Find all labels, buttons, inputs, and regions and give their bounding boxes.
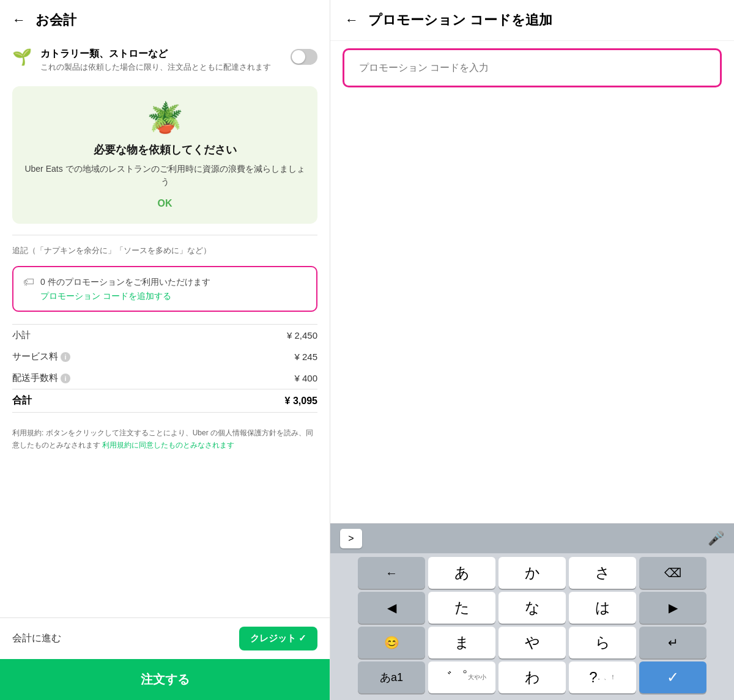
service-label: サービス料 i bbox=[12, 351, 70, 363]
left-title: お会計 bbox=[35, 11, 76, 29]
credit-button[interactable]: クレジット ✓ bbox=[239, 627, 317, 650]
promo-box[interactable]: 🏷 0 件のプロモーションをご利用いただけます プロモーション コードを追加する bbox=[12, 266, 317, 312]
ok-button[interactable]: OK bbox=[158, 198, 172, 209]
key-row-2: 😊 ま や ら ↵ bbox=[333, 627, 732, 658]
order-button[interactable]: 注文する bbox=[0, 659, 330, 700]
delivery-row: 配送手数料 i ¥ 400 bbox=[12, 367, 317, 389]
key-ra[interactable]: ら bbox=[569, 627, 636, 658]
mic-icon: 🎤 bbox=[708, 531, 724, 546]
delivery-value: ¥ 400 bbox=[294, 373, 317, 383]
promo-count: 0 件のプロモーションをご利用いただけます bbox=[40, 277, 210, 288]
key-row-0: ← あ か さ ⌫ bbox=[333, 557, 732, 589]
key-ha[interactable]: は bbox=[569, 592, 636, 624]
keyboard-grid: ← あ か さ ⌫ ◀ た な は ▶ 😊 ま や ら ↵ bbox=[330, 553, 734, 700]
subtotal-label: 小計 bbox=[12, 330, 31, 341]
plant-icon: 🪴 bbox=[147, 101, 184, 135]
tag-icon: 🏷 bbox=[23, 276, 34, 289]
delivery-label: 配送手数料 i bbox=[12, 372, 70, 384]
key-ka[interactable]: か bbox=[499, 557, 566, 589]
key-punct[interactable]: ? 。、！ bbox=[569, 661, 636, 693]
checkout-label: 会計に進む bbox=[12, 632, 61, 645]
key-ta[interactable]: た bbox=[428, 592, 495, 624]
keyboard-area: > 🎤 ← あ か さ ⌫ ◀ た な は ▶ bbox=[330, 523, 734, 700]
cutlery-text: カトラリー類、ストローなど これの製品は依頼した場合に限り、注文品とともに配達さ… bbox=[40, 48, 282, 73]
key-a[interactable]: あ bbox=[428, 557, 495, 589]
key-row-3: あa1 ゛゜ 大や小 わ ? 。、！ ✓ bbox=[333, 661, 732, 693]
key-wa[interactable]: わ bbox=[499, 661, 566, 693]
mic-button[interactable]: 🎤 bbox=[708, 531, 724, 547]
key-ya[interactable]: や bbox=[499, 627, 566, 658]
key-return[interactable]: ↵ bbox=[639, 627, 706, 658]
back-button-left[interactable]: ← bbox=[12, 12, 26, 28]
promo-box-row: 🏷 0 件のプロモーションをご利用いただけます bbox=[23, 276, 306, 289]
divider-1 bbox=[12, 235, 317, 235]
key-dakuten[interactable]: ゛゜ 大や小 bbox=[428, 661, 495, 693]
green-card: 🪴 必要な物を依頼してください Uber Eats での地域のレストランのご利用… bbox=[12, 86, 317, 224]
right-title: プロモーション コードを追加 bbox=[368, 11, 552, 29]
delivery-info-icon[interactable]: i bbox=[61, 374, 70, 383]
promo-link[interactable]: プロモーション コードを追加する bbox=[23, 291, 306, 302]
keyboard-toolbar: > 🎤 bbox=[330, 524, 734, 553]
green-card-desc: Uber Eats での地域のレストランのご利用時に資源の浪費を減らしましょう bbox=[24, 163, 305, 188]
bottom-section: 会計に進む クレジット ✓ 注文する bbox=[0, 617, 330, 700]
terms-text: 利用規約: ボタンをクリックして注文することにより、Uber の個人情報保護方針… bbox=[0, 420, 330, 458]
toolbar-chevron-button[interactable]: > bbox=[340, 529, 362, 548]
key-back-arrow[interactable]: ← bbox=[358, 557, 425, 589]
key-sa[interactable]: さ bbox=[569, 557, 636, 589]
promo-input-wrapper[interactable] bbox=[343, 48, 722, 87]
service-value: ¥ 245 bbox=[294, 352, 317, 362]
service-row: サービス料 i ¥ 245 bbox=[12, 346, 317, 367]
terms-link[interactable]: 利用規約に同意したものとみなされます bbox=[102, 441, 234, 449]
right-header: ← プロモーション コードを追加 bbox=[330, 0, 734, 41]
left-panel: ← お会計 🌱 カトラリー類、ストローなど これの製品は依頼した場合に限り、注文… bbox=[0, 0, 330, 700]
key-mode[interactable]: あa1 bbox=[358, 661, 425, 693]
key-right-arrow[interactable]: ▶ bbox=[639, 592, 706, 624]
back-button-right[interactable]: ← bbox=[345, 12, 358, 28]
key-row-1: ◀ た な は ▶ bbox=[333, 592, 732, 624]
cutlery-title: カトラリー類、ストローなど bbox=[40, 48, 282, 61]
left-header: ← お会計 bbox=[0, 0, 330, 40]
key-emoji[interactable]: 😊 bbox=[358, 627, 425, 658]
promo-code-input[interactable] bbox=[359, 62, 705, 73]
subtotal-row: 小計 ¥ 2,450 bbox=[12, 325, 317, 346]
key-confirm[interactable]: ✓ bbox=[639, 661, 706, 693]
key-left-arrow[interactable]: ◀ bbox=[358, 592, 425, 624]
keyboard-toolbar-left: > bbox=[340, 529, 362, 548]
cutlery-toggle[interactable] bbox=[291, 49, 317, 65]
service-info-icon[interactable]: i bbox=[61, 352, 70, 362]
chevron-icon: > bbox=[348, 533, 354, 544]
cutlery-desc: これの製品は依頼した場合に限り、注文品とともに配達されます bbox=[40, 62, 282, 73]
cutlery-row: 🌱 カトラリー類、ストローなど これの製品は依頼した場合に限り、注文品とともに配… bbox=[0, 40, 330, 80]
green-card-title: 必要な物を依頼してください bbox=[94, 142, 237, 158]
price-section: 小計 ¥ 2,450 サービス料 i ¥ 245 配送手数料 i ¥ 400 合… bbox=[0, 317, 330, 420]
cutlery-icon: 🌱 bbox=[12, 48, 32, 67]
total-label: 合計 bbox=[12, 394, 32, 407]
key-na[interactable]: な bbox=[499, 592, 566, 624]
note-label: 追記（「ナプキンを余分に」「ソースを多めに」など） bbox=[0, 240, 330, 261]
total-row: 合計 ¥ 3,095 bbox=[12, 389, 317, 412]
key-delete[interactable]: ⌫ bbox=[639, 557, 706, 589]
key-ma[interactable]: ま bbox=[428, 627, 495, 658]
checkout-row: 会計に進む クレジット ✓ bbox=[0, 618, 330, 659]
right-panel: ← プロモーション コードを追加 > 🎤 ← あ か さ ⌫ bbox=[330, 0, 734, 700]
subtotal-value: ¥ 2,450 bbox=[287, 330, 317, 341]
total-value: ¥ 3,095 bbox=[285, 396, 317, 407]
